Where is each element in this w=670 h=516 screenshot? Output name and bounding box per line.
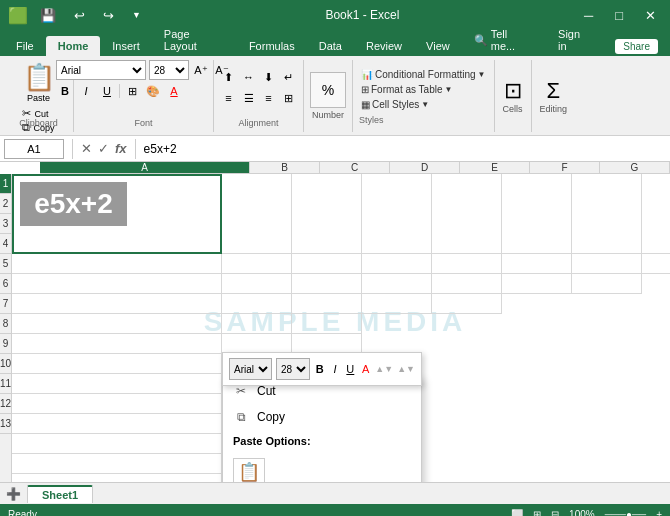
tab-home[interactable]: Home (46, 36, 101, 56)
mini-bold-button[interactable]: B (314, 359, 325, 379)
align-right-button[interactable]: ≡ (260, 89, 278, 107)
sheet-tab-1[interactable]: Sheet1 (27, 485, 93, 503)
cell-f1[interactable] (502, 174, 572, 254)
tab-review[interactable]: Review (354, 36, 414, 56)
maximize-button[interactable]: □ (609, 8, 629, 23)
paste-icon-1[interactable]: 📋 (233, 458, 265, 482)
cell-b1[interactable] (222, 174, 292, 254)
cell-e3[interactable] (432, 274, 502, 294)
cell-c5[interactable] (292, 314, 362, 334)
tab-formulas[interactable]: Formulas (237, 36, 307, 56)
tab-sign-in[interactable]: Sign in (546, 24, 603, 56)
col-header-d[interactable]: D (390, 162, 460, 173)
redo-icon[interactable]: ↪ (97, 8, 120, 23)
cell-b5[interactable] (222, 314, 292, 334)
cell-b4[interactable] (222, 294, 292, 314)
tab-view[interactable]: View (414, 36, 462, 56)
col-header-a[interactable]: A (40, 162, 250, 173)
undo-icon[interactable]: ↩ (68, 8, 91, 23)
cell-a7[interactable] (12, 354, 222, 374)
col-header-b[interactable]: B (250, 162, 320, 173)
conditional-formatting-button[interactable]: 📊 Conditional Formatting ▼ (359, 68, 488, 81)
cell-h2[interactable] (642, 254, 670, 274)
number-format-button[interactable]: % (310, 72, 346, 108)
cell-d1[interactable] (362, 174, 432, 254)
cell-e1[interactable] (432, 174, 502, 254)
cell-a2[interactable] (12, 254, 222, 274)
font-color-button[interactable]: A (165, 82, 183, 100)
fill-color-button[interactable]: 🎨 (144, 82, 162, 100)
row-header-10[interactable]: 10 (0, 354, 11, 374)
cell-h1[interactable] (642, 174, 670, 254)
status-page-break-icon[interactable]: ⊟ (551, 509, 559, 517)
mini-font-color-button[interactable]: A (360, 359, 371, 379)
cell-c3[interactable] (292, 274, 362, 294)
tab-share[interactable]: Share (603, 36, 670, 56)
cell-f3[interactable] (502, 274, 572, 294)
editing-icon[interactable]: Σ (547, 78, 561, 104)
formula-input[interactable] (144, 142, 666, 156)
col-header-f[interactable]: F (530, 162, 600, 173)
row-header-2[interactable]: 2 (0, 194, 11, 214)
cell-c6[interactable] (292, 334, 362, 354)
cell-b2[interactable] (222, 254, 292, 274)
increase-font-icon[interactable]: A⁺ (192, 61, 210, 79)
tab-file[interactable]: File (4, 36, 46, 56)
cell-b6[interactable] (222, 334, 292, 354)
tab-tell-me[interactable]: 🔍Tell me... (462, 24, 546, 56)
row-header-3[interactable]: 3 (0, 214, 11, 234)
cell-a6[interactable] (12, 334, 222, 354)
row-header-12[interactable]: 12 (0, 394, 11, 414)
cell-styles-button[interactable]: ▦ Cell Styles ▼ (359, 98, 488, 111)
wrap-text-button[interactable]: ↵ (280, 68, 298, 86)
new-sheet-button[interactable]: ➕ (0, 487, 27, 501)
row-header-8[interactable]: 8 (0, 314, 11, 334)
paste-button[interactable]: 📋 Paste (19, 60, 59, 105)
mini-italic-button[interactable]: I (329, 359, 340, 379)
zoom-slider-icon[interactable]: ───●── (605, 509, 646, 517)
mini-font-size-select[interactable]: 28 (276, 358, 310, 380)
cell-g2[interactable] (572, 254, 642, 274)
col-header-g[interactable]: G (600, 162, 670, 173)
border-button[interactable]: ⊞ (123, 82, 141, 100)
font-size-select[interactable]: 28 (149, 60, 189, 80)
zoom-out-icon[interactable]: + (656, 509, 662, 517)
quick-access-more-icon[interactable]: ▼ (126, 10, 147, 20)
align-center-button[interactable]: ☰ (240, 89, 258, 107)
ctx-paste-options[interactable]: Paste Options: 📋 (223, 430, 421, 482)
col-header-c[interactable]: C (320, 162, 390, 173)
align-left-button[interactable]: ≡ (220, 89, 238, 107)
tab-page-layout[interactable]: Page Layout (152, 24, 237, 56)
format-as-table-button[interactable]: ⊞ Format as Table ▼ (359, 83, 488, 96)
row-header-13[interactable]: 13 (0, 414, 11, 434)
status-page-layout-icon[interactable]: ⊞ (533, 509, 541, 517)
underline-button[interactable]: U (98, 82, 116, 100)
row-header-9[interactable]: 9 (0, 334, 11, 354)
cell-a10[interactable] (12, 414, 222, 434)
cell-d4[interactable] (362, 294, 432, 314)
cell-a13[interactable] (12, 474, 222, 482)
cell-g1[interactable] (572, 174, 642, 254)
row-header-11[interactable]: 11 (0, 374, 11, 394)
row-header-1[interactable]: 1 (0, 174, 11, 194)
minimize-button[interactable]: ─ (578, 8, 599, 23)
cell-a9[interactable] (12, 394, 222, 414)
tab-data[interactable]: Data (307, 36, 354, 56)
mini-underline-button[interactable]: U (345, 359, 356, 379)
italic-button[interactable]: I (77, 82, 95, 100)
cell-c4[interactable] (292, 294, 362, 314)
cells-icon[interactable]: ⊡ (504, 78, 522, 104)
cell-a5[interactable] (12, 314, 222, 334)
cell-d2[interactable] (362, 254, 432, 274)
cell-a11[interactable] (12, 434, 222, 454)
name-box[interactable] (4, 139, 64, 159)
cell-e2[interactable] (432, 254, 502, 274)
cell-a3[interactable] (12, 274, 222, 294)
bold-button[interactable]: B (56, 82, 74, 100)
cell-a8[interactable] (12, 374, 222, 394)
merge-button[interactable]: ⊞ (280, 89, 298, 107)
cell-a1[interactable]: e5x+2 (12, 174, 222, 254)
align-middle-button[interactable]: ↔ (240, 68, 258, 86)
font-family-select[interactable]: Arial (56, 60, 146, 80)
confirm-formula-icon[interactable]: ✓ (98, 141, 109, 156)
